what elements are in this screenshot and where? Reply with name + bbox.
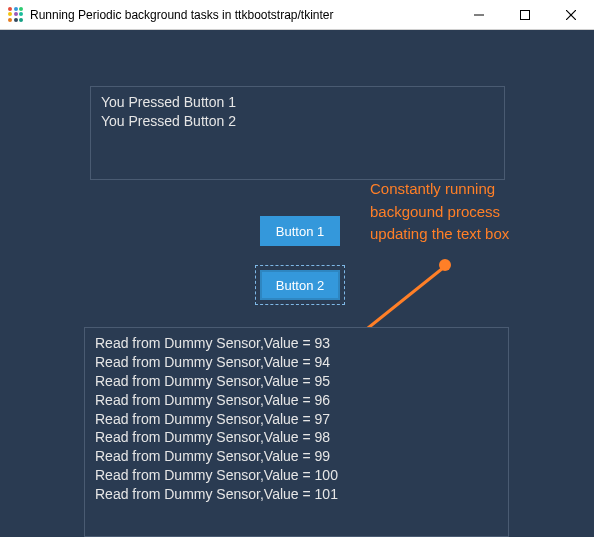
- output-textbox-bottom[interactable]: Read from Dummy Sensor,Value = 93 Read f…: [84, 327, 509, 537]
- button-2-label: Button 2: [276, 278, 324, 293]
- annotation-line: backgound process: [370, 201, 580, 224]
- sensor-log-line: Read from Dummy Sensor,Value = 98: [95, 428, 498, 447]
- sensor-log-line: Read from Dummy Sensor,Value = 101: [95, 485, 498, 504]
- output-line: You Pressed Button 2: [101, 112, 494, 131]
- sensor-log-line: Read from Dummy Sensor,Value = 97: [95, 410, 498, 429]
- app-icon: [8, 7, 24, 23]
- minimize-button[interactable]: [456, 0, 502, 30]
- window-titlebar: Running Periodic background tasks in ttk…: [0, 0, 594, 30]
- sensor-log-line: Read from Dummy Sensor,Value = 94: [95, 353, 498, 372]
- output-line: You Pressed Button 1: [101, 93, 494, 112]
- maximize-button[interactable]: [502, 0, 548, 30]
- annotation-text: Constantly running backgound process upd…: [370, 178, 580, 246]
- sensor-log-line: Read from Dummy Sensor,Value = 100: [95, 466, 498, 485]
- annotation-line: updating the text box: [370, 223, 580, 246]
- client-area: You Pressed Button 1 You Pressed Button …: [0, 30, 594, 537]
- button-1-label: Button 1: [276, 224, 324, 239]
- button-2[interactable]: Button 2: [260, 270, 340, 300]
- sensor-log-line: Read from Dummy Sensor,Value = 95: [95, 372, 498, 391]
- output-textbox-top[interactable]: You Pressed Button 1 You Pressed Button …: [90, 86, 505, 180]
- close-button[interactable]: [548, 0, 594, 30]
- sensor-log-line: Read from Dummy Sensor,Value = 93: [95, 334, 498, 353]
- button-1[interactable]: Button 1: [260, 216, 340, 246]
- svg-point-4: [439, 259, 451, 271]
- annotation-line: Constantly running: [370, 178, 580, 201]
- sensor-log-line: Read from Dummy Sensor,Value = 96: [95, 391, 498, 410]
- svg-rect-1: [521, 10, 530, 19]
- sensor-log-line: Read from Dummy Sensor,Value = 99: [95, 447, 498, 466]
- window-title: Running Periodic background tasks in ttk…: [30, 8, 334, 22]
